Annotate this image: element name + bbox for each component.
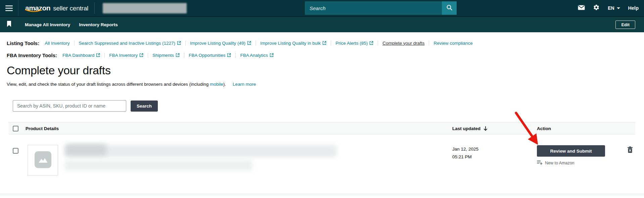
nav-inventory-reports[interactable]: Inventory Reports (79, 22, 118, 27)
table-row: Jan 12, 2025 05:21 PM Review and Submit … (9, 134, 635, 175)
external-link-icon (247, 41, 251, 45)
table-header-row: Product Details Last updated Action (9, 122, 635, 134)
nav-manage-all-inventory[interactable]: Manage All Inventory (25, 22, 70, 27)
link-fba-analytics[interactable]: FBA Analytics (240, 53, 274, 58)
fba-tools-row: FBA Inventory Tools: FBA Dashboard FBA I… (7, 52, 644, 58)
separator (185, 41, 186, 46)
language-selector[interactable]: EN (608, 5, 620, 11)
sort-descending-icon (483, 126, 488, 131)
review-and-submit-button[interactable]: Review and Submit (537, 145, 605, 157)
search-icon (446, 4, 453, 12)
global-search-button[interactable] (442, 1, 457, 15)
product-details-blurred (64, 144, 397, 173)
badge-label: New to Amazon (545, 161, 574, 165)
select-all-checkbox[interactable] (13, 126, 18, 131)
messages-button[interactable] (578, 5, 585, 11)
bottom-spacer (0, 175, 644, 194)
description-text-end: ). (223, 82, 226, 87)
separator (429, 41, 429, 46)
external-link-icon (270, 53, 274, 57)
link-complete-your-drafts[interactable]: Complete your drafts (382, 41, 424, 46)
page-description: View, edit, and check the status of your… (7, 82, 644, 87)
header-divider (18, 0, 18, 16)
link-fba-opportunities[interactable]: FBA Opportunities (189, 53, 231, 58)
product-image-placeholder (28, 145, 58, 175)
link-fba-inventory[interactable]: FBA Inventory (109, 53, 143, 58)
separator (74, 41, 75, 46)
header-divider-2 (94, 2, 95, 14)
separator (235, 53, 236, 58)
column-header-last-updated[interactable]: Last updated (452, 126, 488, 131)
seller-central-logo-text: seller central (53, 5, 88, 12)
column-header-product-details: Product Details (26, 126, 59, 131)
fba-tools-label: FBA Inventory Tools: (7, 52, 57, 58)
bookmark-icon (7, 21, 11, 28)
last-updated-cell: Jan 12, 2025 05:21 PM (452, 146, 478, 161)
chevron-down-icon (617, 7, 620, 9)
external-link-icon (177, 41, 181, 45)
link-shipments[interactable]: Shipments (152, 53, 180, 58)
learn-more-link[interactable]: Learn more (233, 82, 256, 87)
mobile-link[interactable]: mobile (210, 82, 223, 87)
bookmark-button[interactable] (7, 21, 11, 28)
bottom-strip (0, 194, 644, 196)
action-cell: Review and Submit New to Amazon (537, 145, 605, 166)
image-placeholder-icon (34, 151, 52, 170)
description-text: View, edit, and check the status of your… (7, 82, 210, 87)
link-review-compliance[interactable]: Review compliance (433, 41, 472, 46)
hamburger-menu-icon[interactable] (0, 0, 18, 16)
link-suppressed-listings[interactable]: Search Suppressed and Inactive Listings … (79, 41, 181, 46)
separator (104, 53, 105, 58)
link-improve-listing-quality-bulk[interactable]: Improve Listing Quality in bulk (260, 41, 326, 46)
column-header-action: Action (537, 126, 551, 131)
trash-icon (627, 149, 633, 154)
edit-button[interactable]: Edit (615, 21, 635, 29)
last-updated-time: 05:21 PM (452, 153, 478, 161)
amazon-seller-central-logo[interactable]: amazon seller central (25, 4, 88, 12)
global-search-bar (305, 1, 457, 15)
external-link-icon (369, 41, 373, 45)
language-label: EN (608, 5, 614, 11)
inventory-subnav: Manage All Inventory Inventory Reports E… (0, 16, 644, 32)
page-title: Complete your drafts (7, 64, 644, 77)
external-link-icon (176, 53, 180, 57)
external-link-icon (322, 41, 326, 45)
drafts-table: Product Details Last updated Action (9, 122, 635, 175)
link-fba-dashboard[interactable]: FBA Dashboard (62, 53, 100, 58)
separator (184, 53, 184, 58)
new-to-amazon-badge: New to Amazon (537, 160, 605, 166)
settings-button[interactable] (593, 4, 600, 12)
delete-draft-button[interactable] (627, 147, 633, 154)
playlist-add-icon (537, 160, 543, 166)
drafts-search-button[interactable]: Search (131, 101, 158, 112)
main-content: Listing Tools: All Inventory Search Supp… (0, 32, 644, 196)
mail-icon (578, 5, 585, 11)
link-all-inventory[interactable]: All Inventory (45, 41, 70, 46)
separator (378, 41, 378, 46)
listing-tools-label: Listing Tools: (7, 40, 39, 46)
drafts-search-row: Search (13, 100, 644, 112)
external-link-icon (96, 53, 100, 57)
separator (331, 41, 331, 46)
last-updated-date: Jan 12, 2025 (452, 146, 478, 153)
help-link[interactable]: Help (628, 5, 639, 11)
drafts-search-input[interactable] (13, 100, 126, 112)
seller-central-page: amazon seller central (0, 0, 644, 198)
header-actions: EN Help (578, 0, 639, 16)
separator (148, 53, 148, 58)
external-link-icon (227, 53, 231, 57)
global-search-input[interactable] (305, 1, 442, 15)
listing-tools-row: Listing Tools: All Inventory Search Supp… (7, 40, 644, 46)
account-name-blurred[interactable] (103, 3, 187, 13)
link-improve-listing-quality[interactable]: Improve Listing Quality (49) (190, 41, 251, 46)
gear-icon (593, 4, 600, 12)
link-price-alerts[interactable]: Price Alerts (85) (335, 41, 373, 46)
separator (256, 41, 256, 46)
external-link-icon (139, 53, 143, 57)
top-header: amazon seller central (0, 0, 644, 16)
row-checkbox[interactable] (13, 148, 18, 154)
